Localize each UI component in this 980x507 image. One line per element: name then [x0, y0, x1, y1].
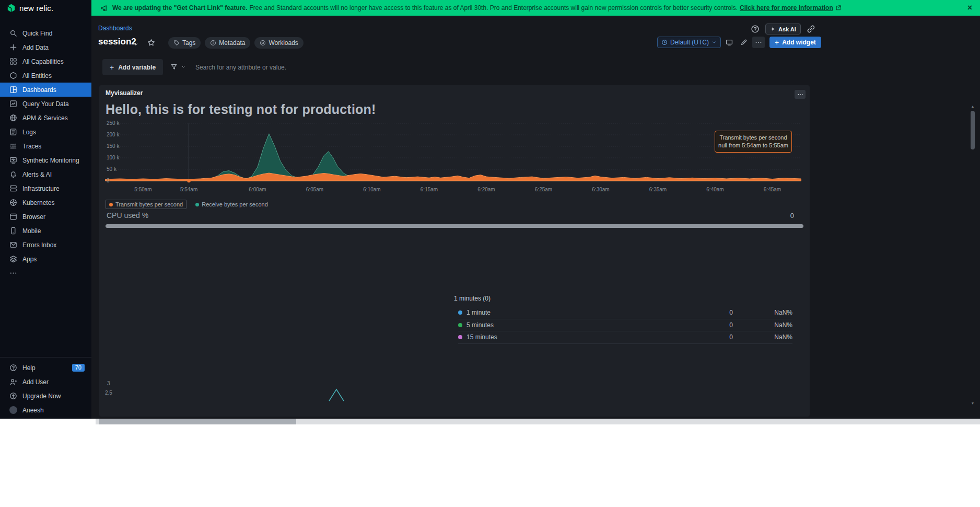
vertical-scrollbar[interactable]: ▲ ▼ [970, 105, 976, 406]
sidebar-item-all-capabilities[interactable]: All Capabilities [0, 54, 91, 68]
pencil-icon [740, 39, 748, 46]
sidebar-item-all-entities[interactable]: All Entities [0, 68, 91, 83]
edit-dashboard-button[interactable] [738, 37, 750, 48]
megaphone-icon [100, 4, 108, 12]
mini-axis-label: 2.5 [105, 390, 112, 396]
target-icon [260, 40, 266, 46]
sidebar-item-apm-services[interactable]: APM & Services [0, 111, 91, 125]
banner-close-icon[interactable]: × [967, 4, 972, 12]
traces-icon [9, 142, 17, 150]
title-chevron-icon[interactable] [133, 41, 139, 48]
svg-text:6:20am: 6:20am [477, 187, 495, 192]
newrelic-logo-icon [7, 4, 16, 13]
sidebar-item-query-your-data[interactable]: Query Your Data [0, 97, 91, 111]
pill-tags[interactable]: Tags [168, 37, 201, 49]
svg-text:6:25am: 6:25am [535, 187, 552, 192]
help-icon[interactable] [751, 25, 760, 33]
pill-workloads[interactable]: Workloads [254, 37, 303, 49]
cpu-chart-title: CPU used % [107, 211, 148, 220]
external-link-icon[interactable] [835, 5, 842, 11]
sidebar-item-dashboards[interactable]: Dashboards [0, 83, 91, 97]
sidebar-footer-help[interactable]: Help70 [0, 361, 91, 375]
sidebar-item-quick-find[interactable]: Quick Find [0, 26, 91, 40]
sidebar-item-label: Apps [22, 256, 37, 263]
sidebar-item-infrastructure[interactable]: Infrastructure [0, 181, 91, 195]
add-widget-button[interactable]: + Add widget [769, 37, 821, 48]
sidebar-item-synthetic-monitoring[interactable]: Synthetic Monitoring [0, 153, 91, 167]
clock-icon [661, 39, 668, 45]
sidebar-item-add-data[interactable]: Add Data [0, 40, 91, 54]
cpu-center-label: 1 minutes (0) [454, 295, 491, 302]
mini-axis-label: 3 [107, 381, 110, 386]
sidebar-item-kubernetes[interactable]: Kubernetes [0, 195, 91, 210]
add-widget-label: Add widget [782, 39, 816, 46]
dashboard-more-button[interactable] [752, 37, 765, 48]
ellipsis-icon [755, 39, 762, 46]
legend-dot [195, 203, 199, 206]
infra-icon [9, 185, 17, 192]
tv-icon [726, 39, 733, 46]
announcement-banner: We are updating the "Get Chart Link" fea… [91, 0, 980, 16]
svg-text:6:00am: 6:00am [249, 187, 266, 192]
help-circle-icon [9, 364, 17, 372]
row-percent: NaN% [733, 333, 792, 341]
add-variable-label: Add variable [118, 64, 156, 71]
svg-text:6:40am: 6:40am [706, 187, 724, 192]
scroll-down-arrow[interactable]: ▼ [970, 401, 976, 406]
svg-text:6:15am: 6:15am [421, 187, 438, 192]
sidebar-item-label: Query Your Data [22, 100, 69, 108]
sidebar-item-browser[interactable]: Browser [0, 210, 91, 224]
pill-metadata[interactable]: Metadata [205, 37, 250, 49]
widget-panel: Myvisualizer Hello, this is for testing … [99, 85, 810, 417]
plus-icon: + [110, 64, 114, 71]
tv-mode-button[interactable] [723, 37, 736, 48]
sidebar-item-alerts-ai[interactable]: Alerts & AI [0, 167, 91, 181]
banner-link[interactable]: Click here for more information [740, 4, 833, 11]
search-input[interactable] [195, 60, 811, 75]
sidebar-item-more[interactable] [0, 266, 91, 280]
sidebar-item-mobile[interactable]: Mobile [0, 224, 91, 238]
sidebar-item-logs[interactable]: Logs [0, 125, 91, 139]
sidebar-item-label: Errors Inbox [22, 241, 56, 249]
sidebar-item-errors-inbox[interactable]: Errors Inbox [0, 238, 91, 252]
newrelic-logo[interactable]: new relic. [7, 3, 53, 13]
widget-title: Myvisualizer [106, 89, 143, 97]
row-value: 0 [681, 321, 733, 329]
sidebar-item-apps[interactable]: Apps [0, 252, 91, 266]
pill-label: Metadata [219, 39, 245, 47]
horizontal-scrollbar-thumb[interactable] [99, 419, 296, 424]
add-variable-button[interactable]: + Add variable [102, 59, 163, 75]
copy-link-icon[interactable] [807, 25, 815, 33]
avatar-icon [9, 406, 17, 414]
horizontal-scrollbar[interactable] [96, 419, 980, 424]
legend-item-transmit-bytes-per-second[interactable]: Transmit bytes per second [106, 200, 186, 209]
widget-more-button[interactable] [795, 90, 806, 99]
viz-heading: Hello, this is for testing not for produ… [106, 102, 376, 117]
sidebar-item-label: Mobile [22, 227, 41, 235]
filter-dropdown[interactable] [170, 63, 186, 71]
svg-text:6:05am: 6:05am [306, 187, 323, 192]
svg-text:6:10am: 6:10am [363, 187, 380, 192]
globe-icon [9, 114, 17, 122]
page-title: session2 [98, 37, 136, 47]
sidebar-footer-add-user[interactable]: Add User [0, 375, 91, 389]
vertical-scrollbar-thumb[interactable] [971, 111, 975, 149]
timezone-button[interactable]: Default (UTC) [657, 37, 721, 48]
ask-ai-button[interactable]: Ask AI [765, 24, 801, 34]
svg-text:5:50am: 5:50am [134, 187, 151, 192]
pill-label: Tags [182, 39, 195, 47]
row-label: 5 minutes [466, 321, 681, 329]
sidebar-item-label: Dashboards [22, 86, 56, 94]
sidebar-item-traces[interactable]: Traces [0, 139, 91, 153]
breadcrumb[interactable]: Dashboards [98, 25, 132, 32]
sidebar-item-label: Infrastructure [22, 185, 60, 192]
sidebar-item-label: Alerts & AI [22, 171, 52, 178]
pill-label: Workloads [269, 39, 298, 47]
scroll-up-arrow[interactable]: ▲ [970, 105, 976, 109]
sidebar-footer-upgrade-now[interactable]: Upgrade Now [0, 389, 91, 403]
sidebar-footer-aneesh[interactable]: Aneesh [0, 403, 91, 417]
plus-icon: + [775, 39, 779, 46]
legend-item-receive-bytes-per-second[interactable]: Receive bytes per second [192, 200, 272, 209]
sidebar-item-label: Browser [22, 213, 45, 221]
favorite-star-icon[interactable] [147, 39, 155, 47]
